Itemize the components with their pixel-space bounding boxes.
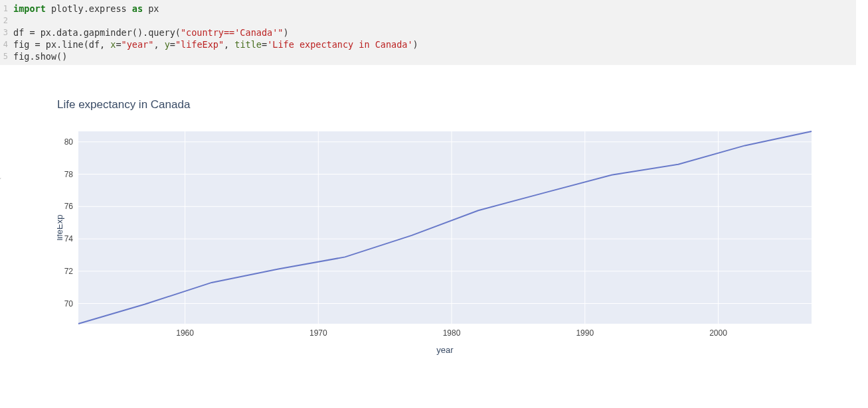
x-tick-label: 2000 [709,328,727,338]
chart-title: Life expectancy in Canada [57,98,868,111]
code-content[interactable]: df = px.data.gapminder().query("country=… [13,27,856,38]
code-line[interactable]: 2 [0,15,856,27]
code-line[interactable]: 3df = px.data.gapminder().query("country… [0,27,856,38]
code-cell[interactable]: 1import plotly.express as px23df = px.da… [0,0,856,65]
y-axis-label: lifeExp [57,214,64,240]
line-number: 3 [0,27,13,38]
code-content[interactable]: fig = px.line(df, x="year", y="lifeExp",… [13,38,856,50]
code-content[interactable]: fig.show() [13,50,856,62]
line-number: 5 [0,50,13,62]
code-line[interactable]: 1import plotly.express as px [0,3,856,15]
y-tick-label: 72 [64,267,74,276]
line-number: 1 [0,3,13,15]
fold-caret-icon[interactable]: ˇ [0,176,1,187]
x-tick-label: 1990 [576,328,594,338]
y-tick-label: 78 [64,170,74,179]
line-number: 4 [0,38,13,50]
x-tick-label: 1960 [176,328,194,338]
x-tick-label: 1970 [309,328,327,338]
line-number: 2 [0,15,13,27]
code-content[interactable] [13,15,856,27]
x-tick-label: 1980 [443,328,461,338]
y-tick-label: 70 [64,299,74,308]
chart[interactable]: 70727476788019601970198019902000yearlife… [57,125,851,366]
y-tick-label: 74 [64,234,74,243]
plot-background[interactable] [78,131,812,324]
x-axis-label: year [436,345,454,355]
y-tick-label: 80 [64,137,74,147]
y-tick-label: 76 [64,202,74,211]
code-content[interactable]: import plotly.express as px [13,3,856,15]
code-line[interactable]: 4fig = px.line(df, x="year", y="lifeExp"… [0,38,856,50]
code-line[interactable]: 5fig.show() [0,50,856,62]
output-cell: ˇ Life expectancy in Canada 707274767880… [0,65,868,366]
